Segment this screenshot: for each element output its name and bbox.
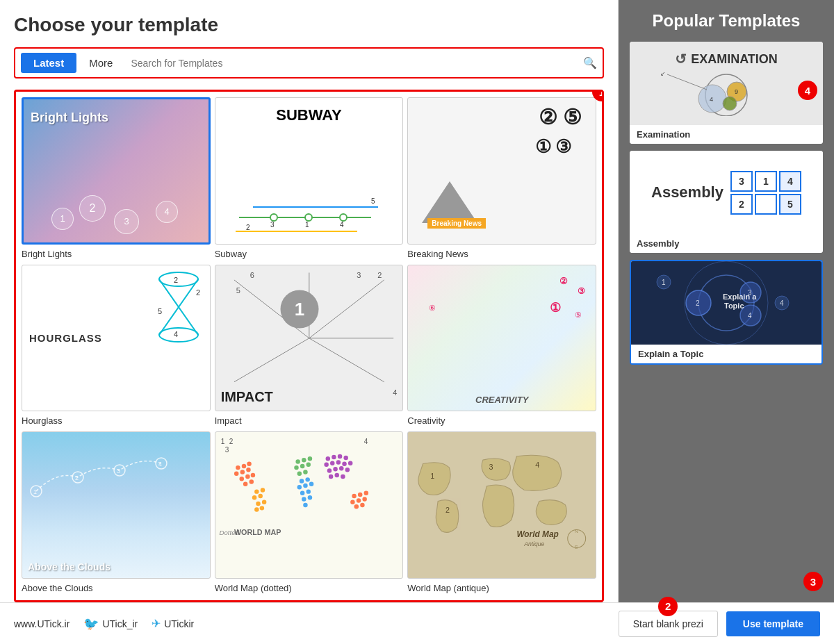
footer-telegram: ✈ UTickir — [152, 617, 194, 630]
svg-text:WORLD MAP: WORLD MAP — [234, 529, 281, 537]
search-input[interactable] — [125, 55, 583, 72]
svg-line-22 — [309, 280, 384, 338]
svg-point-50 — [256, 502, 260, 506]
template-item-breaking-news[interactable]: Breaking News ②⑤ ①③ Breaking News — [407, 97, 596, 261]
tab-latest[interactable]: Latest — [21, 53, 76, 73]
svg-text:4: 4 — [748, 312, 752, 320]
tab-more[interactable]: More — [76, 53, 125, 73]
search-icon[interactable]: 🔍 — [583, 56, 597, 69]
svg-point-47 — [260, 488, 264, 493]
template-thumb-bright-lights[interactable]: Bright Lights 1 2 3 4 — [22, 97, 211, 245]
svg-point-94 — [354, 504, 358, 509]
template-label-impact: Impact — [215, 414, 404, 427]
template-item-bright-lights[interactable]: Bright Lights 1 2 3 4 Bright Lights — [22, 97, 211, 261]
template-item-above-clouds[interactable]: Above the Clouds 1 2 3 4 — [22, 431, 211, 595]
template-item-world-map-dotted[interactable]: Dotted WORLD MAP 1 2 3 4 World Map (dott… — [215, 431, 404, 595]
dotted-map-svg: Dotted WORLD MAP — [215, 436, 403, 552]
svg-point-12 — [159, 328, 198, 342]
template-item-subway[interactable]: SUBWAY 3 — [215, 97, 404, 261]
svg-point-63 — [305, 477, 309, 481]
svg-text:4: 4 — [158, 461, 162, 468]
popular-label-explain-topic: Explain a Topic — [631, 345, 821, 363]
svg-text:↙: ↙ — [660, 70, 666, 77]
svg-text:4: 4 — [710, 96, 713, 103]
footer: www.UTick.ir 🐦 UTick_ir ✈ UTickir 2 Star… — [0, 602, 834, 644]
breaking-numbers-2: ①③ — [535, 136, 571, 158]
svg-line-23 — [234, 338, 309, 381]
cr-n1: ① — [550, 300, 561, 315]
template-thumb-impact[interactable]: IMPACT 1 2 3 — [215, 265, 404, 412]
svg-point-75 — [343, 456, 348, 460]
svg-line-24 — [309, 338, 384, 381]
svg-text:4: 4 — [780, 299, 784, 307]
exam-diagram-svg: 4 9 ↙ — [657, 67, 796, 116]
svg-point-85 — [329, 474, 333, 479]
svg-text:4: 4 — [340, 221, 344, 229]
popular-thumb-explain-topic[interactable]: Explain a Topic 2 3 4 1 4 — [631, 261, 821, 345]
svg-point-3 — [270, 214, 277, 221]
template-label-bright-lights: Bright Lights — [22, 247, 211, 261]
template-thumb-world-map-antique[interactable]: N S World Map Antique 1 2 3 4 — [407, 431, 596, 579]
assembly-cells: 3 1 4 2 5 — [730, 171, 801, 215]
bright-lights-title: Bright Lights — [31, 110, 108, 125]
template-item-creativity[interactable]: CREATIVITY ② ③ ① ⑤ ⑥ Creativity — [407, 265, 596, 428]
popular-item-examination[interactable]: ↺EXAMINATION 4 9 ↙ — [630, 42, 823, 144]
breaking-triangle — [422, 181, 477, 223]
svg-point-77 — [330, 461, 334, 465]
svg-point-51 — [262, 500, 266, 504]
explain-topic-svg: Explain a Topic 2 3 4 1 4 — [631, 261, 821, 345]
svg-point-87 — [341, 474, 345, 479]
dotted-n3: 3 — [225, 446, 229, 454]
svg-text:N: N — [575, 528, 578, 534]
page-title: Choose your template — [14, 14, 604, 36]
svg-point-72 — [325, 456, 329, 461]
badge-2: 2 — [658, 597, 678, 616]
creativity-text: CREATIVITY — [475, 395, 528, 405]
dotted-n1: 1 — [221, 438, 225, 445]
svg-point-71 — [303, 503, 307, 507]
template-grid-wrapper: 1 Bright Lights 1 2 3 4 Bright Lights — [14, 90, 604, 602]
hourglass-text: HOURGLASS — [29, 332, 102, 344]
template-item-impact[interactable]: IMPACT 1 2 3 — [215, 265, 404, 428]
svg-point-65 — [303, 484, 307, 488]
svg-point-59 — [306, 463, 310, 467]
footer-twitter-handle: UTick_ir — [102, 618, 138, 629]
cell-1: 1 — [755, 171, 777, 192]
svg-text:1: 1 — [431, 472, 435, 480]
breaking-numbers: ②⑤ — [539, 105, 582, 129]
assembly-title-text: Assembly — [651, 183, 723, 201]
template-item-world-map-antique[interactable]: N S World Map Antique 1 2 3 4 World Ma — [407, 431, 596, 595]
svg-text:S: S — [575, 545, 578, 551]
template-item-hourglass[interactable]: HOURGLASS 2 4 5 2 — [22, 265, 211, 428]
use-template-button[interactable]: Use template — [726, 611, 820, 636]
cell-3: 3 — [730, 171, 753, 192]
svg-point-83 — [339, 466, 343, 470]
svg-point-49 — [258, 494, 262, 498]
circle-1: 1 — [51, 208, 74, 230]
svg-point-48 — [252, 495, 256, 499]
template-thumb-above-clouds[interactable]: Above the Clouds 1 2 3 4 — [22, 431, 211, 579]
popular-item-assembly[interactable]: Assembly 3 1 4 2 5 Assembly — [630, 151, 823, 253]
svg-point-62 — [299, 479, 303, 484]
svg-point-73 — [332, 455, 336, 459]
svg-point-56 — [307, 456, 311, 461]
template-thumb-subway[interactable]: SUBWAY 3 — [215, 97, 404, 245]
svg-point-46 — [254, 490, 259, 494]
popular-thumb-examination[interactable]: ↺EXAMINATION 4 9 ↙ — [630, 42, 823, 125]
popular-item-explain-topic[interactable]: Explain a Topic 2 3 4 1 4 Explain a Topi… — [630, 260, 823, 365]
template-label-creativity: Creativity — [407, 414, 596, 427]
footer-telegram-handle: UTickir — [164, 618, 194, 629]
exam-icon: ↺ — [675, 51, 687, 67]
svg-text:1: 1 — [33, 488, 37, 495]
exam-content: ↺EXAMINATION 4 9 ↙ — [657, 51, 796, 116]
svg-point-37 — [247, 462, 251, 466]
template-thumb-breaking-news[interactable]: Breaking News ②⑤ ①③ — [407, 97, 596, 245]
template-thumb-hourglass[interactable]: HOURGLASS 2 4 5 2 — [22, 265, 211, 412]
popular-label-examination: Examination — [630, 125, 823, 144]
popular-thumb-assembly[interactable]: Assembly 3 1 4 2 5 — [630, 151, 823, 234]
template-thumb-world-map-dotted[interactable]: Dotted WORLD MAP 1 2 3 4 — [215, 431, 404, 579]
subway-lines-svg: 3 1 4 5 2 — [232, 197, 385, 238]
template-thumb-creativity[interactable]: CREATIVITY ② ③ ① ⑤ ⑥ — [407, 265, 596, 412]
footer-right: 2 Start blank prezi Use template — [619, 611, 820, 637]
svg-text:3: 3 — [489, 463, 493, 471]
